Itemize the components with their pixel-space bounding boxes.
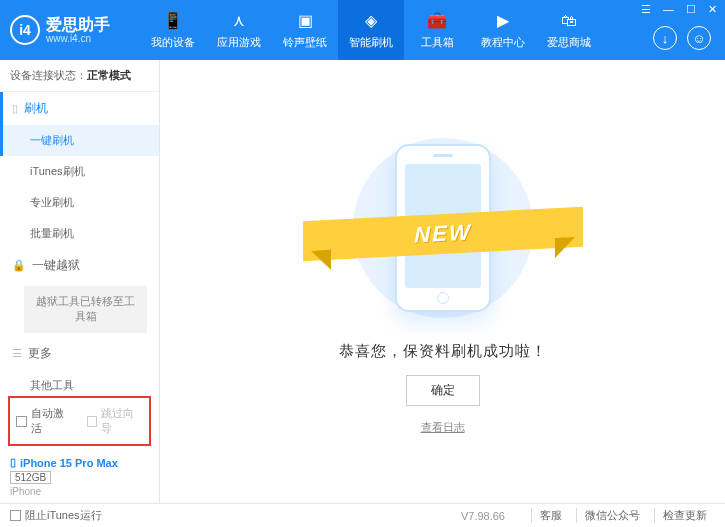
device-icon: 📱 xyxy=(163,11,183,31)
sidebar-item-itunes-flash[interactable]: iTunes刷机 xyxy=(0,156,159,187)
footer-update-link[interactable]: 检查更新 xyxy=(654,508,715,523)
nav-tutorials[interactable]: ▶教程中心 xyxy=(470,0,536,60)
ok-button[interactable]: 确定 xyxy=(406,375,480,406)
user-icon[interactable]: ☺ xyxy=(687,26,711,50)
flash-options-row: 自动激活 跳过向导 xyxy=(8,396,151,446)
maximize-button[interactable]: ☐ xyxy=(684,3,698,16)
flash-icon: ◈ xyxy=(361,11,381,31)
connection-status: 设备连接状态：正常模式 xyxy=(0,60,159,92)
download-icon[interactable]: ↓ xyxy=(653,26,677,50)
sidebar-item-oneclick-flash[interactable]: 一键刷机 xyxy=(0,125,159,156)
sidebar-item-pro-flash[interactable]: 专业刷机 xyxy=(0,187,159,218)
phone-icon: ▯ xyxy=(12,102,18,115)
top-nav: 📱我的设备 ⋏应用游戏 ▣铃声壁纸 ◈智能刷机 🧰工具箱 ▶教程中心 🛍爱思商城 xyxy=(140,0,602,60)
skip-guide-checkbox[interactable]: 跳过向导 xyxy=(87,406,144,436)
apps-icon: ⋏ xyxy=(229,11,249,31)
toolbox-icon: 🧰 xyxy=(427,11,447,31)
main-content: NEW 恭喜您，保资料刷机成功啦！ 确定 查看日志 xyxy=(160,60,725,503)
logo-block: i4 爱思助手 www.i4.cn xyxy=(10,15,140,45)
lock-icon: 🔒 xyxy=(12,259,26,272)
status-bar: 阻止iTunes运行 V7.98.66 客服 微信公众号 检查更新 xyxy=(0,503,725,527)
title-bar: i4 爱思助手 www.i4.cn 📱我的设备 ⋏应用游戏 ▣铃声壁纸 ◈智能刷… xyxy=(0,0,725,60)
tutorial-icon: ▶ xyxy=(493,11,513,31)
jailbreak-moved-note: 越狱工具已转移至工具箱 xyxy=(24,286,147,333)
sidebar-group-more[interactable]: ☰更多 xyxy=(0,337,159,370)
version-label: V7.98.66 xyxy=(461,510,505,522)
nav-flash[interactable]: ◈智能刷机 xyxy=(338,0,404,60)
nav-my-device[interactable]: 📱我的设备 xyxy=(140,0,206,60)
nav-apps[interactable]: ⋏应用游戏 xyxy=(206,0,272,60)
app-name: 爱思助手 xyxy=(46,16,110,34)
device-icon: ▯ xyxy=(10,456,16,469)
auto-activate-checkbox[interactable]: 自动激活 xyxy=(16,406,73,436)
block-itunes-checkbox[interactable]: 阻止iTunes运行 xyxy=(10,508,102,523)
device-info: ▯iPhone 15 Pro Max 512GB iPhone xyxy=(0,450,159,503)
minimize-button[interactable]: — xyxy=(661,3,676,16)
nav-ringtones[interactable]: ▣铃声壁纸 xyxy=(272,0,338,60)
device-storage: 512GB xyxy=(10,471,51,484)
nav-toolbox[interactable]: 🧰工具箱 xyxy=(404,0,470,60)
list-icon: ☰ xyxy=(12,347,22,360)
store-icon: 🛍 xyxy=(559,11,579,31)
sidebar-item-batch-flash[interactable]: 批量刷机 xyxy=(0,218,159,249)
device-type: iPhone xyxy=(10,486,149,497)
header-actions: ↓ ☺ xyxy=(653,26,711,50)
success-illustration: NEW xyxy=(343,128,543,328)
footer-wechat-link[interactable]: 微信公众号 xyxy=(576,508,648,523)
sidebar-group-jailbreak: 🔒一键越狱 xyxy=(0,249,159,282)
footer-support-link[interactable]: 客服 xyxy=(531,508,570,523)
menu-icon[interactable]: ☰ xyxy=(639,3,653,16)
device-name[interactable]: ▯iPhone 15 Pro Max xyxy=(10,456,149,469)
sidebar-item-other-tools[interactable]: 其他工具 xyxy=(0,370,159,392)
window-controls: ☰ — ☐ ✕ xyxy=(639,3,719,16)
view-log-link[interactable]: 查看日志 xyxy=(421,420,465,435)
logo-icon: i4 xyxy=(10,15,40,45)
new-ribbon: NEW xyxy=(303,207,583,262)
sidebar: 设备连接状态：正常模式 ▯刷机 一键刷机 iTunes刷机 专业刷机 批量刷机 … xyxy=(0,60,160,503)
nav-store[interactable]: 🛍爱思商城 xyxy=(536,0,602,60)
sidebar-group-flash[interactable]: ▯刷机 xyxy=(0,92,159,125)
wallpaper-icon: ▣ xyxy=(295,11,315,31)
success-message: 恭喜您，保资料刷机成功啦！ xyxy=(339,342,547,361)
close-button[interactable]: ✕ xyxy=(706,3,719,16)
app-url: www.i4.cn xyxy=(46,33,110,44)
